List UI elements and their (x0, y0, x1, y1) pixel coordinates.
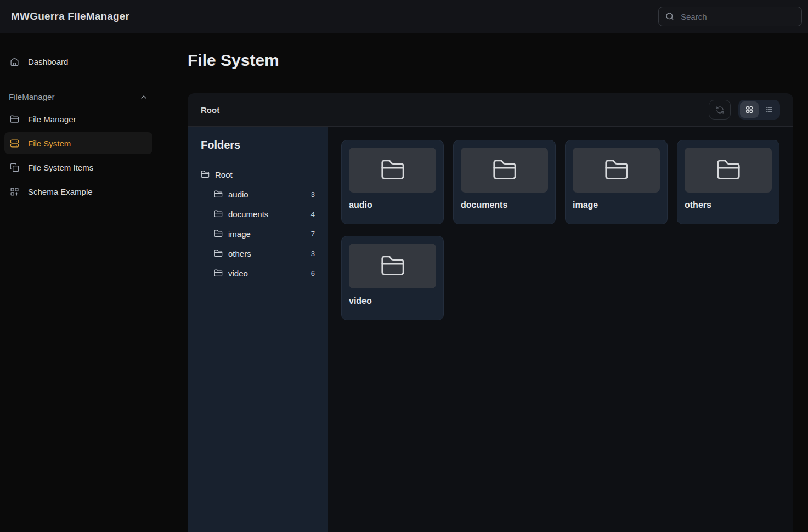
folder-card-others[interactable]: others (677, 140, 779, 224)
sidebar-item-file-system[interactable]: File System (4, 132, 152, 154)
chevron-up-icon (139, 93, 148, 101)
sidebar-item-label: Dashboard (28, 57, 68, 66)
folder-thumbnail (461, 148, 548, 193)
tree-item-video[interactable]: video 6 (201, 263, 315, 283)
folder-icon (214, 249, 223, 258)
sidebar-section-filemanager[interactable]: FileManager (0, 92, 157, 101)
sidebar-item-file-manager[interactable]: File Manager (4, 108, 152, 130)
tree-item-others[interactable]: others 3 (201, 244, 315, 263)
folder-card-label: documents (461, 200, 548, 210)
folder-icon (10, 115, 19, 124)
breadcrumb[interactable]: Root (201, 105, 219, 115)
tree-item-count: 6 (311, 269, 315, 278)
folder-card-video[interactable]: video (341, 236, 444, 320)
tree-item-count: 4 (311, 210, 315, 218)
tree-item-label: documents (228, 210, 268, 219)
toolbar-actions (709, 100, 780, 120)
folder-card-label: others (685, 200, 772, 210)
refresh-button[interactable] (709, 100, 731, 120)
sidebar-item-label: Schema Example (28, 187, 93, 196)
file-browser-panel: Root (188, 93, 793, 532)
tree-item-label: image (228, 229, 251, 239)
tree-item-count: 7 (311, 230, 315, 238)
folders-title: Folders (201, 139, 315, 151)
folder-icon (201, 170, 210, 179)
server-icon (10, 139, 19, 148)
sidebar-item-schema-example[interactable]: Schema Example (4, 180, 152, 202)
browser-body: Folders Root audio 3 (188, 127, 793, 532)
folder-card-audio[interactable]: audio (341, 140, 444, 224)
app-title: MWGuerra FileManager (11, 10, 129, 22)
tree-item-label: audio (228, 190, 248, 199)
folder-icon (492, 157, 517, 183)
folder-icon (604, 157, 629, 183)
sidebar-item-label: File Manager (28, 115, 76, 124)
sidebar-item-file-system-items[interactable]: File System Items (4, 156, 152, 178)
folder-card-label: audio (349, 200, 436, 210)
home-icon (10, 57, 19, 66)
list-view-icon (765, 105, 773, 114)
search-icon (665, 12, 675, 21)
folder-icon (716, 157, 741, 183)
grid-plus-icon (10, 187, 19, 196)
folder-card-label: video (349, 296, 436, 306)
list-view-button[interactable] (760, 101, 778, 118)
folder-icon (380, 157, 405, 183)
app-body: Dashboard FileManager File Manager (0, 33, 808, 532)
tree-item-count: 3 (311, 190, 315, 199)
sidebar: Dashboard FileManager File Manager (0, 33, 157, 532)
sidebar-item-label: File System (28, 139, 71, 148)
folder-card-documents[interactable]: documents (453, 140, 556, 224)
page-title: File System (188, 50, 793, 70)
search-input[interactable] (658, 7, 802, 26)
folder-icon (214, 269, 223, 278)
tree-item-image[interactable]: image 7 (201, 224, 315, 244)
folder-thumbnail (573, 148, 660, 193)
grid-view-icon (745, 105, 754, 114)
search-box (658, 7, 802, 26)
topbar: MWGuerra FileManager (0, 0, 808, 33)
view-mode-toggle (738, 100, 780, 120)
folder-thumbnail (349, 148, 436, 193)
tree-item-label: Root (215, 170, 233, 179)
folder-thumbnail (685, 148, 772, 193)
folder-grid-area: audio documents image others (328, 127, 793, 532)
tree-item-count: 3 (311, 250, 315, 258)
folder-thumbnail (349, 244, 436, 288)
folder-icon (380, 253, 405, 279)
tree-children: audio 3 documents 4 image 7 others 3 vid… (201, 184, 315, 283)
grid-view-button[interactable] (740, 101, 759, 118)
folder-card-image[interactable]: image (565, 140, 668, 224)
folder-icon (214, 229, 223, 238)
section-label: FileManager (9, 92, 54, 101)
folder-card-label: image (573, 200, 660, 210)
folder-cards: audio documents image others (341, 140, 780, 320)
tree-item-root[interactable]: Root (201, 165, 315, 184)
main-content: File System Root (157, 33, 808, 532)
tree-item-audio[interactable]: audio 3 (201, 184, 315, 204)
folders-tree-panel: Folders Root audio 3 (188, 127, 328, 532)
app-window: MWGuerra FileManager Dashboard FileManag… (0, 0, 808, 532)
browser-toolbar: Root (188, 93, 793, 127)
copy-icon (10, 163, 19, 172)
tree-item-label: video (228, 269, 248, 278)
sidebar-item-dashboard[interactable]: Dashboard (4, 50, 152, 72)
refresh-icon (716, 106, 724, 114)
tree-item-label: others (228, 249, 251, 258)
folder-icon (214, 210, 223, 218)
tree-item-documents[interactable]: documents 4 (201, 204, 315, 224)
folder-icon (214, 190, 223, 199)
sidebar-item-label: File System Items (28, 163, 93, 172)
